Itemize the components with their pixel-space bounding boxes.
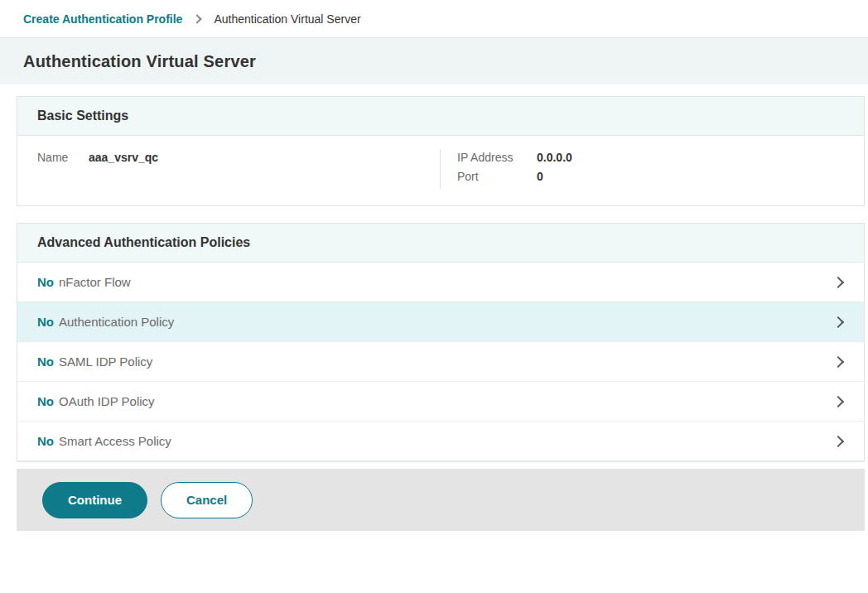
policy-count: No	[37, 434, 54, 448]
basic-settings-header: Basic Settings	[17, 97, 864, 136]
basic-settings-title: Basic Settings	[37, 108, 128, 123]
policy-row-nfactor-flow[interactable]: NonFactor Flow	[17, 263, 864, 302]
policy-name: SAML IDP Policy	[59, 354, 152, 369]
policy-count: No	[37, 394, 54, 408]
ip-address-label: IP Address	[457, 151, 537, 164]
breadcrumb-link-create-authentication-profile[interactable]: Create Authentication Profile	[23, 12, 182, 26]
chevron-right-icon	[832, 435, 844, 446]
policy-row-authentication-policy[interactable]: NoAuthentication Policy	[17, 302, 864, 342]
name-field: Name aaa_vsrv_qc	[17, 149, 440, 189]
advanced-policies-header: Advanced Authentication Policies	[17, 224, 864, 263]
policy-name: Smart Access Policy	[59, 434, 171, 448]
policy-name: nFactor Flow	[59, 275, 131, 289]
chevron-right-icon	[832, 395, 844, 407]
cancel-button[interactable]: Cancel	[161, 482, 253, 518]
main-content: Basic Settings Name aaa_vsrv_qc IP Addre…	[0, 84, 868, 462]
page-title-bar: Authentication Virtual Server	[0, 38, 868, 84]
chevron-right-icon	[832, 355, 844, 367]
policy-name: OAuth IDP Policy	[59, 394, 155, 408]
basic-settings-body: Name aaa_vsrv_qc IP Address 0.0.0.0 Port…	[17, 136, 864, 205]
advanced-policies-panel: Advanced Authentication Policies NonFact…	[17, 223, 865, 462]
continue-button[interactable]: Continue	[42, 482, 147, 518]
advanced-policies-title: Advanced Authentication Policies	[37, 235, 250, 250]
name-value: aaa_vsrv_qc	[89, 151, 158, 189]
policy-row-smart-access-policy[interactable]: NoSmart Access Policy	[17, 422, 864, 461]
address-fields: IP Address 0.0.0.0 Port 0	[440, 149, 864, 189]
footer-action-bar: Continue Cancel	[17, 469, 865, 531]
policy-row-label: NoSmart Access Policy	[37, 434, 171, 448]
policy-row-oauth-idp-policy[interactable]: NoOAuth IDP Policy	[17, 382, 864, 422]
policy-row-saml-idp-policy[interactable]: NoSAML IDP Policy	[17, 342, 864, 382]
policy-count: No	[37, 354, 54, 369]
breadcrumb: Create Authentication Profile Authentica…	[0, 0, 868, 38]
ip-address-field: IP Address 0.0.0.0	[457, 151, 864, 164]
policy-count: No	[37, 315, 54, 329]
port-label: Port	[457, 170, 537, 183]
port-value: 0	[537, 170, 543, 183]
page-title: Authentication Virtual Server	[23, 52, 256, 71]
policy-row-label: NoAuthentication Policy	[37, 315, 174, 329]
policy-name: Authentication Policy	[59, 315, 174, 329]
port-field: Port 0	[457, 170, 864, 183]
name-label: Name	[37, 151, 89, 189]
breadcrumb-current: Authentication Virtual Server	[214, 12, 360, 26]
ip-address-value: 0.0.0.0	[537, 151, 572, 164]
policy-row-label: NoOAuth IDP Policy	[37, 394, 155, 408]
chevron-right-icon	[832, 316, 844, 327]
basic-settings-panel: Basic Settings Name aaa_vsrv_qc IP Addre…	[17, 96, 865, 206]
policy-count: No	[37, 275, 54, 289]
policy-row-label: NonFactor Flow	[37, 275, 131, 289]
chevron-right-icon	[193, 14, 202, 23]
chevron-right-icon	[832, 276, 844, 287]
policy-row-label: NoSAML IDP Policy	[37, 354, 152, 369]
